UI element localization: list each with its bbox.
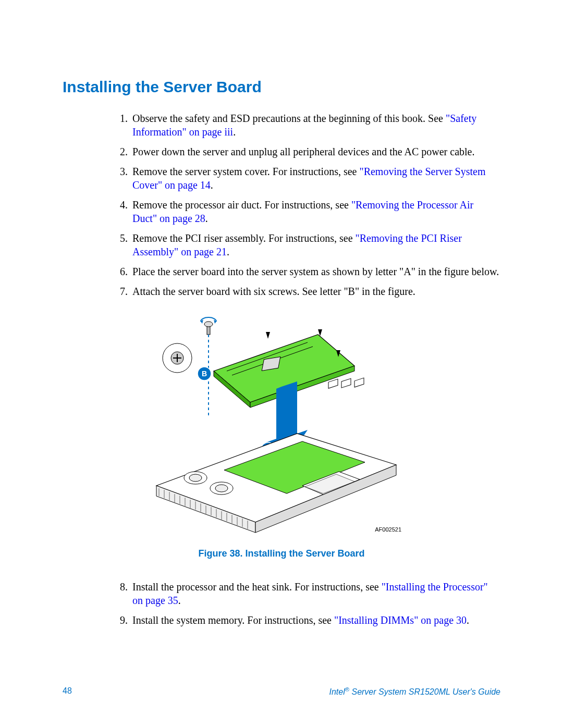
- figure-block: B A: [63, 314, 500, 559]
- guide-rest: Server System SR1520ML User's Guide: [349, 687, 500, 696]
- guide-title: Intel® Server System SR1520ML User's Gui…: [329, 686, 500, 697]
- guide-prefix: Intel: [329, 687, 345, 696]
- figure-illustration: B A: [146, 314, 417, 538]
- figure-af-code: AF002521: [375, 526, 401, 533]
- svg-point-44: [215, 485, 228, 492]
- step-1-text-a: Observe the safety and ESD precautions a…: [132, 113, 446, 124]
- link-install-dimms[interactable]: "Installing DIMMs" on page 30: [334, 614, 467, 626]
- svg-rect-45: [328, 379, 338, 388]
- page-footer: 48 Intel® Server System SR1520ML User's …: [63, 686, 500, 697]
- callout-b-label: B: [202, 369, 207, 378]
- svg-point-3: [204, 322, 213, 327]
- svg-marker-13: [266, 332, 270, 339]
- step-8: Install the processor and the heat sink.…: [130, 580, 500, 607]
- figure-caption: Figure 38. Installing the Server Board: [63, 548, 500, 559]
- step-5-text-a: Remove the PCI riser assembly. For instr…: [132, 232, 356, 244]
- svg-point-42: [189, 474, 202, 482]
- step-4-text-a: Remove the processor air duct. For instr…: [132, 199, 351, 211]
- step-4-text-b: .: [205, 213, 208, 224]
- step-4: Remove the processor air duct. For instr…: [130, 198, 500, 225]
- step-7: Attach the server board with six screws.…: [130, 285, 500, 298]
- step-8-text-a: Install the processor and the heat sink.…: [132, 581, 382, 593]
- step-1-text-b: .: [233, 126, 236, 138]
- step-8-text-b: .: [178, 595, 181, 606]
- step-5: Remove the PCI riser assembly. For instr…: [130, 231, 500, 258]
- page-content: Installing the Server Board Observe the …: [0, 0, 563, 728]
- svg-rect-46: [341, 378, 351, 388]
- step-3-text-b: .: [211, 179, 213, 191]
- step-9-text-b: .: [467, 614, 469, 626]
- step-1: Observe the safety and ESD precautions a…: [130, 112, 500, 139]
- page-number: 48: [63, 686, 72, 697]
- step-9: Install the system memory. For instructi…: [130, 613, 500, 627]
- step-2: Power down the server and unplug all per…: [130, 145, 500, 158]
- svg-rect-47: [354, 378, 364, 387]
- step-3: Remove the server system cover. For inst…: [130, 165, 500, 192]
- instruction-list: Observe the safety and ESD precautions a…: [115, 112, 500, 298]
- instruction-list-continued: Install the processor and the heat sink.…: [115, 580, 500, 627]
- step-3-text-a: Remove the server system cover. For inst…: [132, 166, 359, 177]
- section-heading: Installing the Server Board: [63, 78, 500, 96]
- step-5-text-b: .: [227, 246, 229, 257]
- server-board-diagram-icon: B A: [146, 314, 417, 538]
- step-6: Place the server board into the server s…: [130, 265, 500, 278]
- registered-icon: ®: [345, 686, 349, 693]
- step-9-text-a: Install the system memory. For instructi…: [132, 614, 334, 626]
